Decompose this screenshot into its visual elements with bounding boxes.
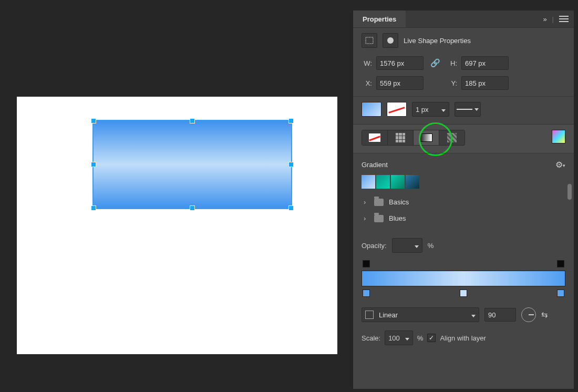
y-label: Y:	[447, 79, 457, 87]
artboard[interactable]	[17, 97, 337, 354]
properties-panel: Properties » | Live Shape Properties W: …	[353, 11, 574, 389]
stroke-width-dropdown[interactable]: 1 px	[412, 102, 449, 117]
gradient-type-dropdown[interactable]: Linear	[362, 307, 479, 322]
gradient-settings-icon[interactable]: ⚙︎▾	[555, 160, 565, 170]
color-stop[interactable]	[460, 290, 467, 297]
chevron-down-icon	[439, 106, 446, 114]
opacity-stops-row	[362, 260, 565, 267]
fill-stroke-row: 1 px	[353, 96, 574, 124]
resize-handle-bottom[interactable]	[190, 205, 195, 211]
properties-tab[interactable]: Properties	[353, 11, 406, 27]
height-label: H:	[447, 59, 457, 67]
resize-handle-tr[interactable]	[288, 118, 294, 123]
linear-type-icon	[365, 311, 374, 319]
gradient-preset[interactable]	[406, 175, 419, 189]
align-with-layer-checkbox[interactable]: ✓	[427, 334, 436, 342]
gradient-preset[interactable]	[376, 175, 390, 189]
gradient-preset[interactable]	[362, 175, 375, 189]
folder-label: Blues	[389, 214, 406, 222]
color-stop[interactable]	[557, 290, 564, 297]
divider: |	[552, 15, 554, 23]
fill-pattern-option[interactable]	[439, 130, 465, 145]
opacity-stop[interactable]	[363, 260, 370, 267]
folder-icon	[374, 199, 384, 206]
fill-gradient-option[interactable]	[414, 130, 439, 145]
resize-handle-top[interactable]	[190, 118, 195, 123]
height-input[interactable]	[461, 56, 509, 70]
solid-grid-icon	[396, 133, 405, 142]
no-fill-icon	[369, 133, 380, 142]
section-title: Live Shape Properties	[404, 37, 471, 45]
gradient-bar[interactable]	[362, 271, 565, 286]
fill-type-group	[362, 130, 465, 146]
panel-tabbar: Properties » |	[353, 11, 574, 28]
y-input[interactable]	[461, 76, 509, 90]
resize-handle-br[interactable]	[288, 205, 294, 211]
scale-label: Scale:	[362, 334, 380, 342]
resize-handle-tl[interactable]	[91, 118, 96, 123]
resize-handle-bl[interactable]	[91, 205, 96, 211]
stroke-style-dropdown[interactable]	[455, 102, 481, 117]
solid-line-icon	[457, 109, 472, 110]
pattern-icon	[447, 133, 457, 142]
width-label: W:	[362, 59, 372, 67]
check-icon: ✓	[429, 335, 434, 341]
resize-handle-right[interactable]	[288, 162, 294, 167]
collapse-icon[interactable]: »	[543, 15, 546, 23]
width-input[interactable]	[376, 56, 424, 70]
opacity-label: Opacity:	[362, 242, 387, 250]
folder-label: Basics	[389, 198, 409, 206]
opacity-unit: %	[428, 242, 434, 250]
gradient-type-label: Linear	[379, 311, 398, 319]
align-with-layer-label: Align with layer	[440, 334, 486, 342]
scale-dropdown[interactable]: 100	[385, 331, 413, 345]
shape-bounds-icon[interactable]	[362, 33, 377, 48]
angle-input[interactable]	[484, 308, 516, 322]
chevron-right-icon: ›	[364, 214, 369, 222]
link-wh-icon[interactable]: 🔗	[428, 58, 442, 68]
gradient-presets-row	[362, 175, 565, 189]
shape-mask-icon[interactable]	[383, 33, 398, 48]
gradient-icon	[420, 133, 432, 142]
reverse-gradient-icon[interactable]: ⇆	[541, 310, 548, 319]
scale-value: 100	[388, 334, 400, 342]
chevron-down-icon	[412, 242, 419, 250]
canvas-viewport[interactable]	[0, 0, 353, 392]
gradient-section: Gradient ⚙︎▾ › Basics › Blues	[353, 153, 574, 233]
chevron-down-icon	[403, 334, 409, 342]
opacity-dropdown[interactable]	[392, 238, 422, 253]
svg-rect-0	[366, 37, 373, 44]
stroke-swatch[interactable]	[387, 102, 407, 117]
angle-dial[interactable]	[521, 307, 536, 322]
chevron-down-icon	[469, 311, 476, 319]
dimensions-xy-row: X: Y:	[353, 73, 574, 96]
fill-swatch[interactable]	[362, 102, 381, 117]
opacity-row: Opacity: %	[353, 233, 574, 258]
gradient-preset[interactable]	[391, 175, 405, 189]
stroke-width-value: 1 px	[416, 106, 429, 114]
fill-type-subpanel	[353, 124, 574, 153]
scale-row: Scale: 100 % ✓ Align with layer	[353, 327, 574, 354]
selected-shape[interactable]	[92, 120, 292, 209]
gradient-type-row: Linear ⇆	[353, 302, 574, 327]
panel-menu-icon[interactable]	[559, 14, 569, 24]
scale-unit: %	[417, 334, 424, 342]
chevron-right-icon: ›	[364, 198, 369, 206]
gradient-folder[interactable]: › Basics	[362, 194, 565, 210]
color-stop[interactable]	[363, 290, 370, 297]
color-picker-button[interactable]	[552, 130, 565, 143]
color-stops-row	[362, 290, 565, 297]
opacity-stop[interactable]	[557, 260, 564, 267]
section-header: Live Shape Properties	[353, 28, 574, 53]
resize-handle-left[interactable]	[91, 162, 96, 167]
fill-none-option[interactable]	[362, 130, 388, 145]
x-label: X:	[362, 79, 372, 87]
gradient-title: Gradient	[362, 161, 388, 169]
x-input[interactable]	[376, 76, 424, 90]
dimensions-wh-row: W: 🔗 H:	[353, 53, 574, 73]
fill-solid-option[interactable]	[388, 130, 414, 145]
folder-icon	[374, 215, 384, 222]
gradient-folder[interactable]: › Blues	[362, 210, 565, 226]
scrollbar-thumb[interactable]	[567, 184, 572, 200]
gradient-editor	[353, 258, 574, 302]
